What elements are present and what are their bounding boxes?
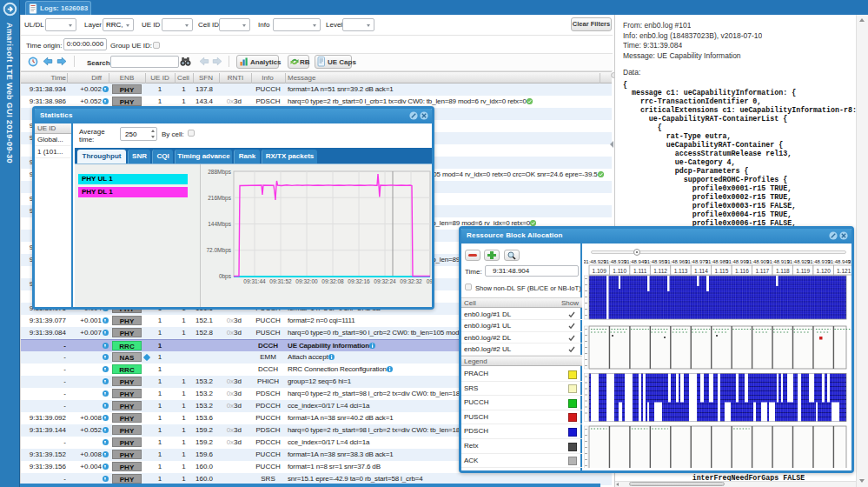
svg-text:1.109: 1.109 xyxy=(593,268,607,274)
svg-text:09:31:44: 09:31:44 xyxy=(243,278,266,284)
svg-text:1.116: 1.116 xyxy=(735,268,749,274)
svg-text:09:32:00: 09:32:00 xyxy=(295,278,318,284)
svg-text:09:32:08: 09:32:08 xyxy=(321,278,344,284)
svg-text:09:32:32: 09:32:32 xyxy=(400,278,422,284)
svg-text:09:32:16: 09:32:16 xyxy=(348,278,370,284)
svg-text:31:48.959: 31:48.959 xyxy=(848,259,851,264)
svg-text:1.121: 1.121 xyxy=(837,268,851,274)
svg-text:09:32:24: 09:32:24 xyxy=(374,278,396,284)
svg-text:1.120: 1.120 xyxy=(817,268,832,274)
svg-text:144Mbps: 144Mbps xyxy=(208,221,231,228)
svg-text:09:3: 09:3 xyxy=(427,278,434,284)
svg-text:1.114: 1.114 xyxy=(694,268,708,274)
svg-text:1.112: 1.112 xyxy=(653,268,667,274)
svg-text:288Mbps: 288Mbps xyxy=(208,169,231,176)
svg-text:0bps: 0bps xyxy=(219,273,232,280)
svg-text:1.113: 1.113 xyxy=(674,268,688,274)
svg-text:09:31:52: 09:31:52 xyxy=(269,278,292,284)
svg-text:1.110: 1.110 xyxy=(613,268,626,274)
svg-text:1.118: 1.118 xyxy=(776,268,790,274)
svg-text:72.0Mbps: 72.0Mbps xyxy=(206,247,231,254)
svg-text:1.115: 1.115 xyxy=(715,268,729,274)
svg-text:1.119: 1.119 xyxy=(796,268,810,274)
svg-text:1.111: 1.111 xyxy=(633,268,647,274)
svg-text:216Mbps: 216Mbps xyxy=(208,195,231,202)
svg-text:1.117: 1.117 xyxy=(755,268,769,274)
